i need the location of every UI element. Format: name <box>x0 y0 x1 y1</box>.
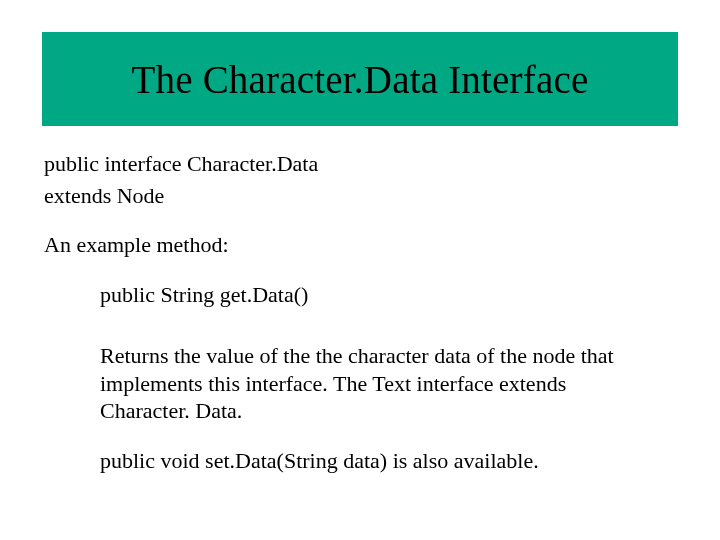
slide-body: public interface Character.Data extends … <box>44 150 676 496</box>
slide: The Character.Data Interface public inte… <box>0 0 720 540</box>
method-signature: public String get.Data() <box>100 281 656 309</box>
title-bar: The Character.Data Interface <box>42 32 678 126</box>
setter-note: public void set.Data(String data) is als… <box>100 447 656 475</box>
slide-title: The Character.Data Interface <box>131 57 588 102</box>
method-description: Returns the value of the the character d… <box>100 342 656 425</box>
interface-declaration-line-1: public interface Character.Data <box>44 150 676 178</box>
interface-declaration-line-2: extends Node <box>44 182 676 210</box>
example-method-label: An example method: <box>44 231 676 259</box>
